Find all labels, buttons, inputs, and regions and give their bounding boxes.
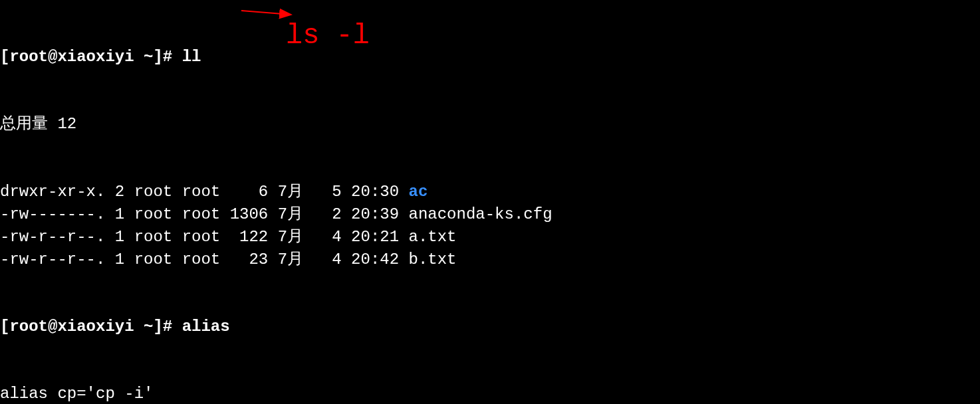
file-meta: -rw-------. 1 root root 1306 7月 2 20:39: [0, 205, 409, 223]
file-meta: -rw-r--r--. 1 root root 122 7月 4 20:21: [0, 228, 409, 246]
file-name: anaconda-ks.cfg: [409, 205, 552, 223]
command-line-1: [root@xiaoxiyi ~]# ll: [0, 46, 980, 68]
alias-line: alias cp='cp -i': [0, 383, 980, 404]
prompt-1: [root@xiaoxiyi ~]#: [0, 48, 182, 66]
command-alias: alias: [182, 318, 230, 336]
terminal-output[interactable]: [root@xiaoxiyi ~]# ll 总用量 12 drwxr-xr-x.…: [0, 0, 980, 404]
file-meta: drwxr-xr-x. 2 root root 6 7月 5 20:30: [0, 183, 409, 201]
prompt-2: [root@xiaoxiyi ~]#: [0, 318, 182, 336]
command-ll: ll: [182, 48, 201, 66]
file-name: ac: [409, 183, 428, 201]
file-row: -rw-r--r--. 1 root root 23 7月 4 20:42 b.…: [0, 249, 980, 271]
annotation-label: ls -l: [286, 17, 370, 56]
command-line-2: [root@xiaoxiyi ~]# alias: [0, 316, 980, 338]
file-row: -rw-------. 1 root root 1306 7月 2 20:39 …: [0, 203, 980, 226]
file-name: a.txt: [409, 228, 457, 246]
file-meta: -rw-r--r--. 1 root root 23 7月 4 20:42: [0, 251, 409, 268]
file-listing: drwxr-xr-x. 2 root root 6 7月 5 20:30 ac-…: [0, 181, 980, 271]
file-row: drwxr-xr-x. 2 root root 6 7月 5 20:30 ac: [0, 181, 980, 203]
file-row: -rw-r--r--. 1 root root 122 7月 4 20:21 a…: [0, 226, 980, 249]
svg-line-1: [241, 11, 291, 15]
total-line: 总用量 12: [0, 113, 980, 136]
alias-listing: alias cp='cp -i'alias egrep='egrep --col…: [0, 383, 980, 404]
file-name: b.txt: [409, 251, 457, 268]
